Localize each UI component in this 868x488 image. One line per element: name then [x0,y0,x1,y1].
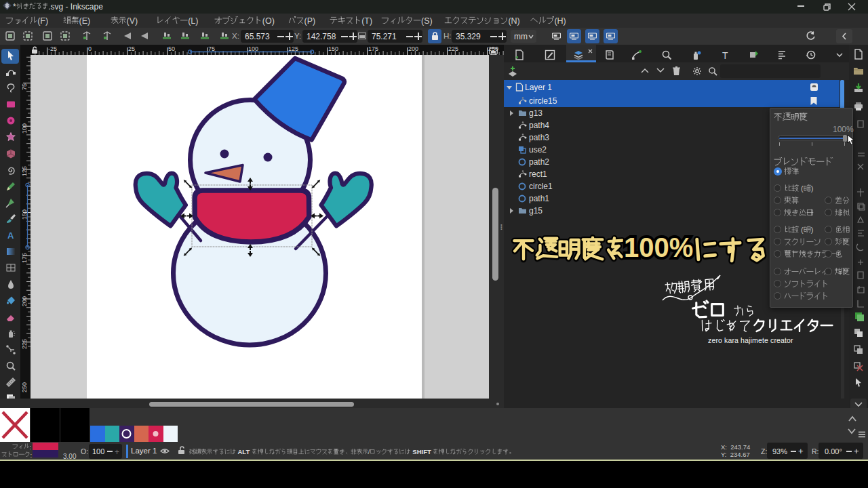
svg-text:A: A [7,230,14,241]
svg-text:T: T [722,50,728,61]
